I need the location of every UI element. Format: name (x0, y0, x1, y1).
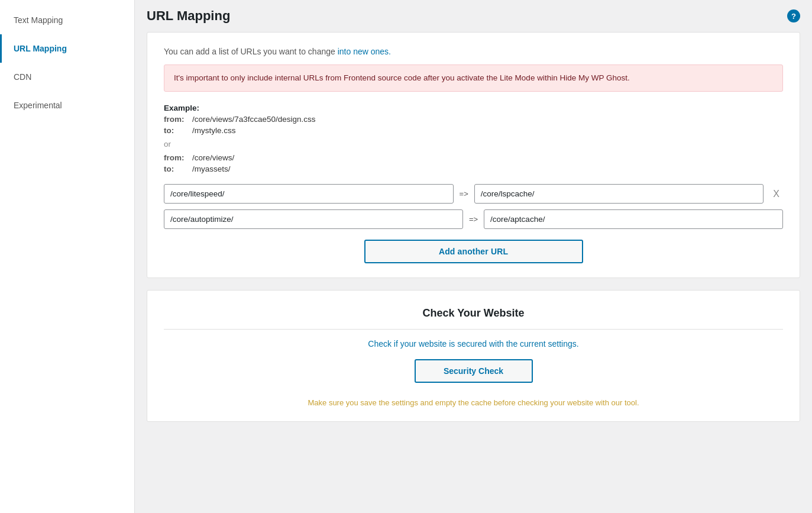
url-row-2: => (164, 209, 783, 229)
add-url-button[interactable]: Add another URL (364, 240, 583, 263)
example-title: Example: (164, 104, 783, 112)
url-to-input-1[interactable] (474, 184, 764, 204)
sidebar-item-url-mapping[interactable]: URL Mapping (0, 34, 134, 63)
url-row-1: => X (164, 184, 783, 204)
sidebar-item-text-mapping[interactable]: Text Mapping (0, 6, 134, 34)
card-intro: You can add a list of URLs you want to c… (164, 47, 783, 56)
sidebar-item-cdn[interactable]: CDN (0, 63, 134, 91)
page-header: URL Mapping ? (147, 0, 800, 32)
arrow-label-1: => (460, 189, 468, 198)
sidebar-item-label: Text Mapping (14, 15, 63, 25)
sidebar-item-label: URL Mapping (14, 44, 67, 53)
intro-highlight: into new ones. (338, 47, 391, 56)
security-check-button[interactable]: Security Check (415, 359, 533, 383)
alert-banner: It's important to only include internal … (164, 64, 783, 92)
arrow-label-2: => (469, 215, 478, 224)
or-separator: or (164, 140, 783, 149)
from1-val: /core/views/7a3fccae50/design.css (192, 115, 316, 124)
check-card-desc: Check if your website is secured with th… (164, 339, 783, 349)
remove-url-btn-1[interactable]: X (769, 188, 783, 201)
to2-val: /myassets/ (192, 164, 231, 173)
sidebar: Text Mapping URL Mapping CDN Experimenta… (0, 0, 135, 513)
url-mapping-card: You can add a list of URLs you want to c… (147, 32, 800, 278)
to2-label: to: (164, 164, 187, 173)
main-content: URL Mapping ? You can add a list of URLs… (135, 0, 812, 513)
from2-val: /core/views/ (192, 153, 234, 162)
to1-label: to: (164, 126, 187, 135)
from1-label: from: (164, 115, 187, 124)
help-icon[interactable]: ? (787, 9, 800, 22)
from2-label: from: (164, 153, 187, 162)
url-from-input-2[interactable] (164, 209, 463, 229)
to1-val: /mystyle.css (192, 126, 236, 135)
check-card-note: Make sure you save the settings and empt… (164, 398, 783, 407)
sidebar-item-label: CDN (14, 72, 31, 82)
check-card-title: Check Your Website (164, 307, 783, 330)
page-title: URL Mapping (147, 8, 230, 24)
sidebar-item-label: Experimental (14, 101, 62, 110)
example-block: Example: from: /core/views/7a3fccae50/de… (164, 104, 783, 173)
url-from-input-1[interactable] (164, 184, 454, 204)
url-to-input-2[interactable] (484, 209, 783, 229)
sidebar-item-experimental[interactable]: Experimental (0, 91, 134, 120)
check-website-card: Check Your Website Check if your website… (147, 290, 800, 422)
